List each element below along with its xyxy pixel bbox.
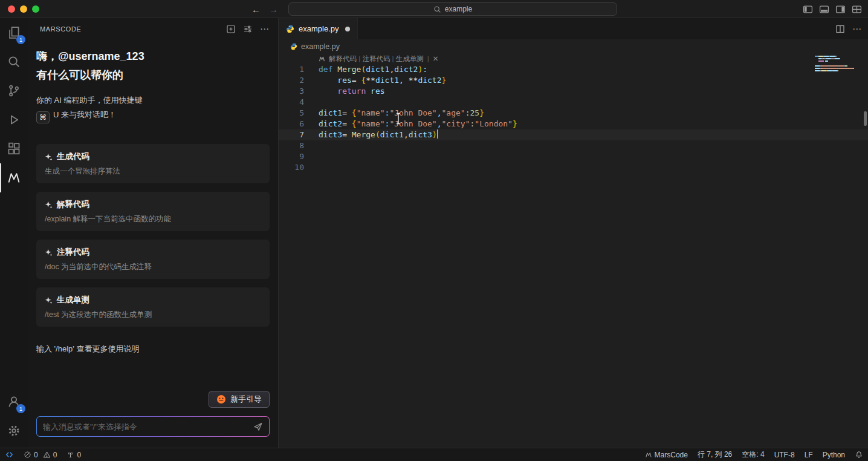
settings-sliders-icon[interactable] [243,24,253,34]
code-line-8[interactable]: 8 [279,140,868,151]
code-line-7[interactable]: 7dict3= Merge(dict1,dict3) [279,129,868,140]
minimap[interactable] [815,55,858,79]
prompt-card-3[interactable]: 注释代码/doc 为当前选中的代码生成注释 [36,240,270,279]
code-token: "John Doe" [389,108,436,117]
notifications-bell[interactable] [850,448,868,461]
code-token: dict2 [418,76,441,85]
search-icon [7,55,21,68]
line-number: 3 [279,86,304,97]
codelens-action[interactable]: 解释代码 [329,55,357,62]
split-editor-icon[interactable] [835,24,845,34]
code-line-2[interactable]: 2 res= {**dict1, **dict2} [279,75,868,86]
toggle-secondary-sidebar-icon[interactable] [835,4,846,15]
code-token: } [513,119,517,128]
code-token: } [442,76,447,85]
zoom-window-button[interactable] [32,5,39,13]
sparkle-icon [45,153,53,161]
guide-button-label: 新手引导 [230,394,262,405]
editor-more-actions-icon[interactable]: ⋯ [852,24,862,34]
line-number: 7 [279,129,304,140]
activitybar-run-debug[interactable] [0,105,28,134]
card-title: 生成代码 [57,151,89,163]
code-token: dict1 [380,130,404,139]
eol-selector[interactable]: LF [800,448,818,461]
activitybar-settings[interactable] [0,416,28,445]
code-line-6[interactable]: 6dict2= {"name":"John Doe","city":"Londo… [279,119,868,129]
codelens-separator: | [390,55,395,62]
card-desc: /doc 为当前选中的代码生成注释 [45,261,261,272]
breadcrumb[interactable]: example.py [279,39,868,53]
activitybar-marscode[interactable] [0,163,28,192]
code-line-1[interactable]: 1def Merge(dict1,dict2): [279,64,868,75]
code-token: "city" [442,119,470,128]
warning-count: 0 [53,451,57,459]
problems-status[interactable]: 0 0 [19,448,62,461]
toggle-primary-sidebar-icon[interactable] [803,4,813,15]
back-button[interactable]: ← [251,4,261,15]
activitybar-accounts[interactable]: 1 [0,387,28,416]
code-token: ** [366,76,375,85]
code-line-4[interactable]: 4 [279,97,868,108]
line-number: 2 [279,75,304,86]
gear-icon [7,424,21,437]
send-icon[interactable] [253,422,263,432]
onboarding-guide-button[interactable]: 新手引导 [209,391,270,408]
code-token: dict1 [319,108,342,117]
prompt-card-1[interactable]: 生成代码生成一个冒泡排序算法 [36,144,270,183]
ports-status[interactable]: 0 [62,448,86,461]
customize-layout-icon[interactable] [852,4,862,15]
forward-button[interactable]: → [269,4,278,15]
code-token: = [342,130,352,139]
chat-input[interactable] [43,422,253,431]
more-actions-icon[interactable]: ⋯ [260,24,270,34]
activity-bar: 1 1 [0,18,28,448]
close-window-button[interactable] [8,5,15,13]
sparkle-icon [45,201,53,209]
language-mode[interactable]: Python [818,448,850,461]
code-token: ( [375,130,380,139]
code-token: res [371,87,384,96]
activitybar-explorer[interactable]: 1 [0,18,28,47]
code-token: , [399,76,409,85]
codelens-close-icon[interactable]: ✕ [433,54,439,63]
line-number: 8 [279,140,304,151]
history-nav: ← → [251,0,278,18]
code-token: , [437,119,442,128]
editor-group: example.py ⋯ example.py 解释代码 | 注释 [279,18,868,448]
line-number: 9 [279,151,304,162]
indentation[interactable]: 空格: 4 [737,448,769,461]
code-lines: 1def Merge(dict1,dict2):2 res= {**dict1,… [279,64,868,173]
marscode-status[interactable]: MarsCode [640,448,693,461]
activitybar-source-control[interactable] [0,76,28,105]
prompt-card-4[interactable]: 生成单测/test 为这段选中的函数生成单测 [36,287,270,327]
code-token: "name" [357,108,385,117]
prompt-card-2[interactable]: 解释代码/explain 解释一下当前选中函数的功能 [36,192,270,231]
code-token: def [319,65,337,74]
activitybar-extensions[interactable] [0,134,28,163]
intro-line-2-text: U 来与我对话吧！ [53,110,116,119]
editor-actions: ⋯ [835,18,862,39]
prompt-cards: 生成代码生成一个冒泡排序算法解释代码/explain 解释一下当前选中函数的功能… [36,144,270,327]
editor-scrollbar[interactable] [864,111,867,126]
code-line-3[interactable]: 3 return res [279,86,868,97]
remote-indicator[interactable] [0,448,19,461]
cursor-position[interactable]: 行 7, 列 26 [693,448,737,461]
code-line-9[interactable]: 9 [279,151,868,162]
code-line-10[interactable]: 10 [279,162,868,173]
code-token: , [404,130,409,139]
codelens-action[interactable]: 生成单测 [396,55,424,62]
minimize-window-button[interactable] [20,5,27,13]
code-token [319,76,337,85]
activitybar-search[interactable] [0,47,28,76]
code-line-5[interactable]: 5dict1= {"name":"John Doe","age":25} [279,108,868,119]
command-center-search[interactable]: example [288,2,617,16]
code-token: { [352,108,357,117]
modified-dot-icon[interactable] [345,27,350,31]
tab-bar: example.py ⋯ [279,18,868,39]
tab-example-py[interactable]: example.py [279,18,358,39]
code-token: dict3 [409,130,432,139]
codelens-action[interactable]: 注释代码 [362,55,390,62]
toggle-panel-icon[interactable] [819,4,829,15]
new-chat-icon[interactable] [226,24,236,34]
encoding[interactable]: UTF-8 [769,448,800,461]
